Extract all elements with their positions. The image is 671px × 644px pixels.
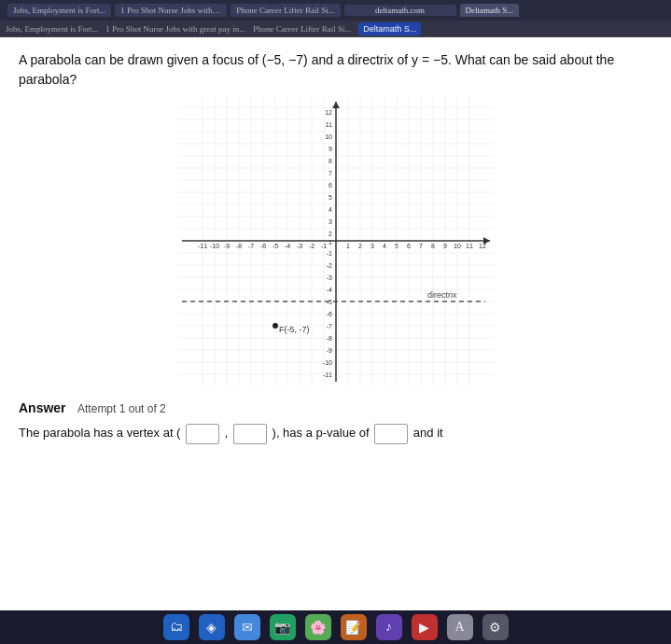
question-part2: and a directrix of — [308, 52, 412, 67]
graph-container: -5 -7 -11 -10 -9 -8 -6 -4 -3 -2 -1 1 2 3… — [19, 97, 652, 386]
browser-bar: Jobs, Employment is Fort... 1 Pro Shot N… — [0, 0, 671, 21]
taskbar-icon-system[interactable]: A — [447, 614, 473, 640]
svg-text:-5: -5 — [272, 243, 277, 249]
svg-text:-2: -2 — [308, 243, 314, 249]
coordinate-graph: -5 -7 -11 -10 -9 -8 -6 -4 -3 -2 -1 1 2 3… — [177, 97, 495, 386]
svg-text:-2: -2 — [326, 262, 331, 269]
taskbar-icon-music[interactable]: ♪ — [376, 614, 402, 640]
bookmark-deltamath[interactable]: Deltamath S... — [358, 22, 421, 35]
taskbar-icon-app[interactable]: ▶ — [412, 614, 438, 640]
svg-text:-10: -10 — [322, 359, 331, 366]
svg-text:9: 9 — [329, 146, 332, 152]
vertex-x-input[interactable] — [186, 424, 219, 444]
sentence-mid: ), has a p-value of — [273, 426, 373, 440]
svg-text:10: 10 — [325, 133, 332, 140]
svg-text:-11: -11 — [322, 371, 331, 378]
question-part1: A parabola can be drawn given a focus of — [19, 52, 262, 67]
main-content: A parabola can be drawn given a focus of… — [0, 37, 671, 610]
taskbar-icon-finder[interactable]: 🗂 — [163, 614, 189, 640]
tab-jobs[interactable]: Jobs, Employment is Fort... — [7, 4, 111, 17]
focus-label: F(-5, -7) — [279, 325, 310, 334]
svg-text:4: 4 — [383, 243, 386, 249]
svg-text:8: 8 — [329, 158, 332, 164]
taskbar-icon-safari[interactable]: ◈ — [199, 614, 225, 640]
tab-nurse[interactable]: 1 Pro Shot Nurse Jobs with great pay in.… — [115, 4, 227, 17]
sentence-end: and it — [413, 426, 443, 440]
tab-deltamath[interactable]: Deltamath S... — [460, 4, 520, 17]
bookmark-item[interactable]: Jobs, Employment is Fort... — [6, 24, 98, 34]
svg-text:-3: -3 — [296, 243, 301, 249]
bookmark-item[interactable]: 1 Pro Shot Nurse Jobs with great pay in.… — [105, 24, 245, 34]
svg-text:11: 11 — [466, 243, 473, 249]
taskbar-icon-facetime[interactable]: 📷 — [270, 614, 296, 640]
taskbar-icon-bluetooth[interactable]: ⚙ — [482, 614, 509, 640]
svg-text:-10: -10 — [209, 243, 218, 249]
svg-text:-3: -3 — [326, 274, 331, 281]
svg-text:-4: -4 — [284, 243, 289, 249]
attempt-text: Attempt 1 out of 2 — [77, 402, 166, 415]
svg-text:-8: -8 — [235, 243, 241, 249]
svg-text:6: 6 — [407, 243, 411, 249]
question-text: A parabola can be drawn given a focus of… — [19, 50, 652, 90]
svg-text:-7: -7 — [247, 243, 253, 249]
svg-text:10: 10 — [454, 243, 461, 249]
svg-text:8: 8 — [431, 243, 435, 249]
taskbar-icon-photos[interactable]: 🌸 — [305, 614, 331, 640]
svg-text:-8: -8 — [326, 335, 331, 342]
svg-text:2: 2 — [358, 243, 362, 249]
directrix-label: directrix — [427, 290, 457, 300]
svg-text:-1: -1 — [320, 243, 326, 249]
svg-text:7: 7 — [329, 170, 332, 176]
bookmark-item[interactable]: Phone Career Lifter Rail Si... — [253, 24, 351, 34]
url-bar[interactable]: deltamath.com — [344, 5, 456, 16]
svg-text:9: 9 — [443, 243, 447, 249]
sentence-start: The parabola has a vertex at ( — [19, 426, 180, 440]
tab-phone[interactable]: Phone Career Lifter Rail Si... — [231, 4, 340, 17]
svg-text:3: 3 — [370, 243, 374, 249]
svg-text:4: 4 — [329, 206, 332, 213]
svg-text:5: 5 — [395, 243, 398, 249]
answer-label: Answer — [19, 400, 66, 415]
taskbar: 🗂 ◈ ✉ 📷 🌸 📝 ♪ ▶ A ⚙ — [0, 610, 671, 644]
comma-separator: , — [225, 426, 229, 440]
svg-text:1: 1 — [329, 239, 332, 245]
taskbar-icon-notes[interactable]: 📝 — [341, 614, 367, 640]
svg-text:-4: -4 — [326, 287, 331, 293]
question-directrix: y = −5 — [412, 52, 448, 67]
vertex-y-input[interactable] — [233, 424, 267, 444]
svg-text:-11: -11 — [197, 243, 206, 249]
svg-text:-1: -1 — [326, 250, 331, 257]
answer-line: The parabola has a vertex at ( , ), has … — [19, 424, 652, 444]
svg-text:6: 6 — [329, 182, 332, 189]
svg-text:3: 3 — [329, 218, 332, 225]
bookmark-bar: Jobs, Employment is Fort... 1 Pro Shot N… — [0, 21, 671, 37]
svg-text:-7: -7 — [326, 323, 331, 329]
svg-text:1: 1 — [346, 243, 350, 249]
question-focus: (−5, −7) — [262, 52, 308, 67]
p-value-input[interactable] — [374, 424, 408, 444]
svg-text:11: 11 — [325, 121, 332, 128]
svg-text:-6: -6 — [326, 311, 331, 317]
svg-text:5: 5 — [329, 194, 332, 201]
svg-text:-9: -9 — [223, 243, 229, 249]
taskbar-icon-mail[interactable]: ✉ — [234, 614, 260, 640]
svg-text:-9: -9 — [326, 347, 331, 354]
focus-point — [273, 323, 278, 329]
answer-section: Answer Attempt 1 out of 2 The parabola h… — [19, 394, 652, 444]
svg-text:7: 7 — [419, 243, 423, 249]
svg-text:-6: -6 — [259, 243, 265, 249]
svg-text:12: 12 — [325, 109, 332, 116]
svg-text:2: 2 — [329, 231, 332, 237]
svg-text:12: 12 — [479, 243, 486, 249]
browser-tabs: Jobs, Employment is Fort... 1 Pro Shot N… — [7, 4, 664, 17]
